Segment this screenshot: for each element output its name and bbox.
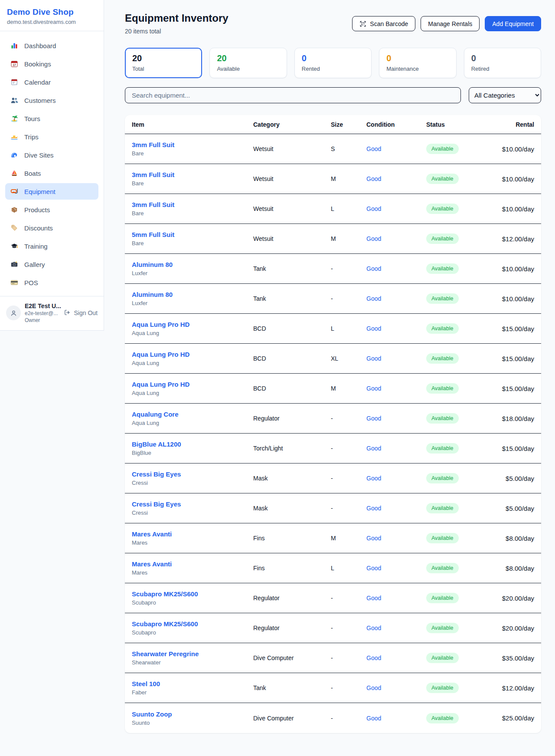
column-header-size: Size (331, 121, 366, 128)
size-cell: M (331, 235, 366, 242)
rental-cell: $15.00/day (487, 385, 534, 392)
item-name-link[interactable]: Scubapro MK25/S600 (132, 590, 253, 598)
item-cell: Aqua Lung Pro HD Aqua Lung (132, 351, 253, 366)
item-name-link[interactable]: Cressi Big Eyes (132, 470, 253, 478)
item-cell: Aluminum 80 Luxfer (132, 291, 253, 306)
stat-card-total[interactable]: 20 Total (125, 48, 202, 78)
sidebar-item-label: Products (24, 206, 50, 214)
page-title: Equipment Inventory (125, 12, 229, 24)
size-cell: - (331, 415, 366, 422)
sidebar-item-label: Calendar (24, 79, 51, 86)
item-name-link[interactable]: Shearwater Peregrine (132, 650, 253, 657)
rental-cell: $10.00/day (487, 175, 534, 183)
sidebar-item-customers[interactable]: Customers (5, 92, 98, 108)
item-brand: Scubapro (132, 599, 253, 606)
rental-cell: $15.00/day (487, 325, 534, 332)
item-name-link[interactable]: Aluminum 80 (132, 261, 253, 268)
stat-card-retired[interactable]: 0 Retired (464, 48, 541, 78)
sidebar-item-equipment[interactable]: Equipment (5, 183, 98, 200)
user-email: e2e-tester@... (25, 310, 60, 316)
sidebar-item-bookings[interactable]: 17 Bookings (5, 56, 98, 72)
category-cell: Fins (253, 565, 331, 572)
item-name-link[interactable]: Mares Avanti (132, 530, 253, 538)
sidebar-item-products[interactable]: Products (5, 201, 98, 218)
stat-card-maintenance[interactable]: 0 Maintenance (379, 48, 456, 78)
filter-row: All Categories (125, 87, 541, 103)
item-name-link[interactable]: 5mm Full Suit (132, 231, 253, 238)
condition-cell: Good (366, 505, 426, 512)
table-row: Mares Avanti Mares Fins L Good Available… (125, 553, 541, 583)
condition-cell: Good (366, 475, 426, 482)
condition-cell: Good (366, 325, 426, 332)
search-input[interactable] (125, 87, 461, 103)
sidebar-item-discounts[interactable]: Discounts (5, 220, 98, 236)
item-name-link[interactable]: Aqua Lung Pro HD (132, 381, 253, 388)
sidebar-item-trips[interactable]: Trips (5, 128, 98, 145)
scan-barcode-button[interactable]: Scan Barcode (352, 16, 415, 31)
category-cell: Tank (253, 265, 331, 272)
rental-cell: $10.00/day (487, 265, 534, 273)
trips-boat-icon (10, 133, 18, 141)
category-filter-select[interactable]: All Categories (469, 87, 541, 103)
rental-cell: $18.00/day (487, 415, 534, 422)
sidebar-item-tours[interactable]: Tours (5, 110, 98, 127)
size-cell: - (331, 595, 366, 602)
sidebar-item-training[interactable]: Training (5, 238, 98, 254)
sidebar-item-label: Dashboard (24, 42, 56, 49)
item-name-link[interactable]: Aqua Lung Pro HD (132, 321, 253, 328)
item-name-link[interactable]: 3mm Full Suit (132, 141, 253, 148)
item-name-link[interactable]: Suunto Zoop (132, 710, 253, 718)
sidebar-item-dive-sites[interactable]: Dive Sites (5, 147, 98, 163)
item-name-link[interactable]: 3mm Full Suit (132, 171, 253, 178)
manage-rentals-button[interactable]: Manage Rentals (421, 16, 480, 31)
status-cell: Available (426, 473, 487, 483)
calendar-icon (10, 78, 18, 86)
item-name-link[interactable]: Aqualung Core (132, 411, 253, 418)
item-name-link[interactable]: Aqua Lung Pro HD (132, 351, 253, 358)
sign-out-icon (64, 309, 72, 317)
item-name-link[interactable]: Steel 100 (132, 680, 253, 687)
item-name-link[interactable]: Cressi Big Eyes (132, 500, 253, 508)
sidebar-item-dashboard[interactable]: Dashboard (5, 37, 98, 54)
item-name-link[interactable]: Aluminum 80 (132, 291, 253, 298)
sidebar-item-gallery[interactable]: Gallery (5, 256, 98, 273)
item-brand: Bare (132, 150, 253, 157)
rental-cell: $15.00/day (487, 355, 534, 362)
sidebar-item-pos[interactable]: POS (5, 274, 98, 291)
training-grad-cap-icon (10, 242, 18, 250)
dashboard-chart-icon (10, 42, 18, 49)
add-equipment-button[interactable]: Add Equipment (485, 16, 541, 31)
stat-value: 20 (132, 53, 195, 63)
sign-out-button[interactable]: Sign Out (64, 309, 98, 317)
status-badge: Available (426, 204, 459, 214)
column-header-condition: Condition (366, 121, 426, 128)
sidebar-item-boats[interactable]: Boats (5, 165, 98, 181)
item-name-link[interactable]: BigBlue AL1200 (132, 440, 253, 448)
item-cell: Aqua Lung Pro HD Aqua Lung (132, 321, 253, 336)
condition-cell: Good (366, 175, 426, 182)
stat-label: Available (217, 66, 279, 72)
stat-value: 0 (302, 53, 364, 63)
stat-card-rented[interactable]: 0 Rented (294, 48, 372, 78)
item-name-link[interactable]: 3mm Full Suit (132, 201, 253, 208)
header-actions: Scan Barcode Manage Rentals Add Equipmen… (352, 16, 541, 31)
manage-rentals-label: Manage Rentals (428, 20, 472, 27)
barcode-scan-icon (359, 20, 366, 27)
stat-card-available[interactable]: 20 Available (209, 48, 287, 78)
condition-cell: Good (366, 295, 426, 302)
size-cell: - (331, 505, 366, 512)
category-cell: Wetsuit (253, 235, 331, 242)
size-cell: - (331, 475, 366, 482)
item-name-link[interactable]: Mares Avanti (132, 560, 253, 568)
category-cell: Mask (253, 475, 331, 482)
sidebar-item-label: Discounts (24, 224, 53, 232)
category-cell: Regulator (253, 625, 331, 631)
condition-cell: Good (366, 595, 426, 602)
svg-text:17: 17 (13, 63, 16, 66)
item-cell: Suunto Zoop Suunto (132, 710, 253, 726)
size-cell: L (331, 205, 366, 212)
sidebar-item-calendar[interactable]: Calendar (5, 74, 98, 90)
items-total-count: 20 items total (125, 28, 229, 35)
item-brand: Mares (132, 569, 253, 576)
item-name-link[interactable]: Scubapro MK25/S600 (132, 620, 253, 628)
